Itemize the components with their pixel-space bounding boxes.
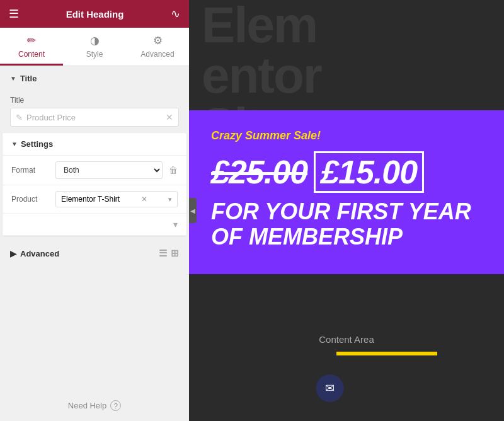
title-section-label: Title [20,74,37,83]
promo-price-row: £25.00 £15.00 [211,151,485,193]
panel-body: ▼ Title Title ✎ ✕ ▼ Settings Format Both [0,66,189,390]
pencil-icon: ✎ [16,113,23,122]
promo-box: Crazy Summer Sale! £25.00 £15.00 FOR YOU… [189,110,504,274]
title-section-header[interactable]: ▼ Title [0,66,189,91]
hamburger-icon[interactable]: ☰ [9,7,19,21]
promo-line2: OF MEMBERSHIP [211,224,485,250]
advanced-section[interactable]: ▶ Advanced ☰ ⊞ [0,241,189,266]
tab-advanced[interactable]: ⚙ Advanced [126,28,189,66]
product-chevron-icon[interactable]: ▾ [168,195,172,204]
clear-input-icon[interactable]: ✕ [166,112,173,122]
grid-icon[interactable]: ∿ [171,7,180,21]
email-circle-icon[interactable]: ✉ [316,374,344,402]
bg-text-line2: entor [202,50,321,101]
advanced-grid-icon[interactable]: ⊞ [171,248,179,259]
content-area-label: Content Area [319,334,374,345]
settings-header[interactable]: ▼ Settings [3,133,186,156]
style-tab-icon: ◑ [90,34,100,47]
bg-text-line1: Elem [202,0,321,50]
format-label: Format [11,166,49,175]
settings-label: Settings [21,139,53,149]
help-icon[interactable]: ? [110,400,121,411]
price-old: £25.00 [211,153,307,191]
advanced-left: ▶ Advanced [10,249,59,258]
advanced-list-icon[interactable]: ☰ [159,248,167,259]
tab-content[interactable]: ✏ Content [0,28,63,66]
title-input[interactable] [26,113,162,122]
extra-row-chevron[interactable]: ▾ [173,219,178,229]
promo-tag: Crazy Summer Sale! [211,129,485,142]
settings-arrow-icon: ▼ [11,141,18,147]
title-field-group: Title ✎ ✕ [0,91,189,133]
advanced-icons: ☰ ⊞ [159,248,179,259]
content-tab-icon: ✏ [27,34,36,47]
content-tab-label: Content [18,50,45,59]
style-tab-label: Style [86,50,103,59]
extra-row: ▾ [3,214,186,236]
yellow-bar [336,352,437,355]
panel-title: Edit Heading [66,9,124,20]
panel-tabs: ✏ Content ◑ Style ⚙ Advanced [0,28,189,66]
advanced-tab-label: Advanced [140,50,174,59]
advanced-label: Advanced [20,249,59,258]
settings-box: ▼ Settings Format Both Regular Sale 🗑 Pr… [3,133,186,236]
title-arrow-icon: ▼ [10,75,16,82]
panel-header: ☰ Edit Heading ∿ [0,0,189,28]
tab-style[interactable]: ◑ Style [63,28,126,66]
product-select[interactable]: Elementor T-Shirt ✕ ▾ [55,191,178,207]
product-value: Elementor T-Shirt [61,195,120,204]
format-row: Format Both Regular Sale 🗑 [3,156,186,185]
product-row: Product Elementor T-Shirt ✕ ▾ [3,185,186,214]
promo-text: FOR YOUR FIRST YEAR OF MEMBERSHIP [211,199,485,249]
resize-handle-icon: ◀ [190,207,195,214]
resize-handle[interactable]: ◀ [189,198,197,223]
price-new: £15.00 [314,151,424,193]
title-field-label: Title [10,96,179,105]
delete-row-icon[interactable]: 🗑 [169,165,178,175]
product-label: Product [11,195,49,204]
format-select[interactable]: Both Regular Sale [55,161,163,179]
advanced-arrow-icon: ▶ [10,249,16,258]
need-help-label: Need Help [68,401,106,410]
panel-footer[interactable]: Need Help ? [0,390,189,421]
product-clear-icon[interactable]: ✕ [141,195,147,204]
promo-line1: FOR YOUR FIRST YEAR [211,199,485,224]
right-canvas: Elem entor Site Crazy Summer Sale! £25.0… [189,0,504,421]
left-panel: ☰ Edit Heading ∿ ✏ Content ◑ Style ⚙ Adv… [0,0,189,421]
advanced-tab-icon: ⚙ [153,34,163,47]
title-input-row[interactable]: ✎ ✕ [10,108,179,127]
